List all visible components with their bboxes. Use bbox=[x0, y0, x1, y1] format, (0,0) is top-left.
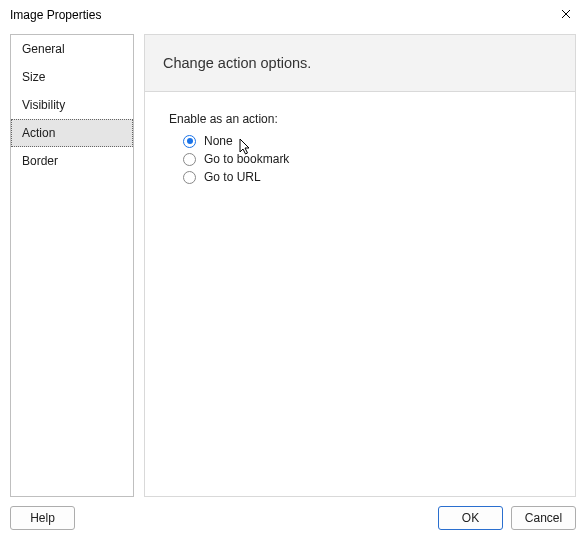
dialog-footer: Help OK Cancel bbox=[10, 503, 576, 533]
content-heading: Change action options. bbox=[144, 34, 576, 92]
close-button[interactable] bbox=[546, 0, 586, 28]
cancel-button[interactable]: Cancel bbox=[511, 506, 576, 530]
dialog-body: General Size Visibility Action Border Ch… bbox=[10, 34, 576, 497]
sidebar-item-label: General bbox=[22, 42, 65, 56]
radio-icon bbox=[183, 171, 196, 184]
sidebar-item-label: Size bbox=[22, 70, 45, 84]
button-label: OK bbox=[462, 511, 479, 525]
content-pane: Enable as an action: None Go to bookmark… bbox=[144, 92, 576, 497]
close-icon bbox=[561, 9, 571, 19]
titlebar: Image Properties bbox=[0, 0, 586, 30]
sidebar-item-label: Border bbox=[22, 154, 58, 168]
radio-icon bbox=[183, 153, 196, 166]
dialog-title: Image Properties bbox=[10, 8, 101, 22]
image-properties-dialog: Image Properties General Size Visibility… bbox=[0, 0, 586, 541]
content-area: Change action options. Enable as an acti… bbox=[144, 34, 576, 497]
radio-option-bookmark[interactable]: Go to bookmark bbox=[183, 152, 551, 166]
radio-option-none[interactable]: None bbox=[183, 134, 551, 148]
content-heading-text: Change action options. bbox=[163, 55, 311, 71]
button-label: Cancel bbox=[525, 511, 562, 525]
sidebar-item-action[interactable]: Action bbox=[11, 119, 133, 147]
sidebar-item-visibility[interactable]: Visibility bbox=[11, 91, 133, 119]
action-group-label: Enable as an action: bbox=[169, 112, 551, 126]
sidebar-item-size[interactable]: Size bbox=[11, 63, 133, 91]
sidebar: General Size Visibility Action Border bbox=[10, 34, 134, 497]
radio-option-url[interactable]: Go to URL bbox=[183, 170, 551, 184]
radio-icon bbox=[183, 135, 196, 148]
button-label: Help bbox=[30, 511, 55, 525]
radio-label: None bbox=[204, 134, 233, 148]
sidebar-item-border[interactable]: Border bbox=[11, 147, 133, 175]
radio-label: Go to bookmark bbox=[204, 152, 289, 166]
sidebar-item-general[interactable]: General bbox=[11, 35, 133, 63]
help-button[interactable]: Help bbox=[10, 506, 75, 530]
ok-button[interactable]: OK bbox=[438, 506, 503, 530]
sidebar-item-label: Action bbox=[22, 126, 55, 140]
radio-label: Go to URL bbox=[204, 170, 261, 184]
sidebar-item-label: Visibility bbox=[22, 98, 65, 112]
